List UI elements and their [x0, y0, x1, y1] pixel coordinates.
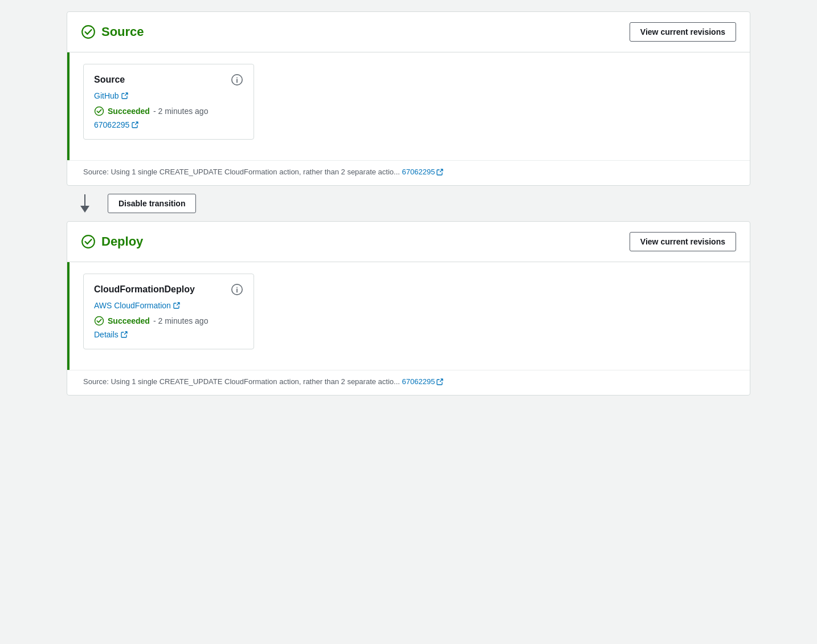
deploy-details-external-icon — [121, 331, 128, 338]
deploy-stage-label: Deploy — [101, 234, 143, 249]
deploy-info-icon[interactable] — [231, 283, 243, 296]
svg-point-8 — [236, 287, 238, 288]
source-stage-title: Source — [81, 25, 144, 39]
arrow-head — [80, 206, 89, 213]
deploy-footer-commit-link[interactable]: 67062295 — [402, 377, 444, 386]
source-action-status: Succeeded - 2 minutes ago — [94, 106, 243, 116]
source-provider-label: GitHub — [94, 91, 119, 100]
disable-transition-button[interactable]: Disable transition — [108, 194, 196, 213]
source-stage-footer: Source: Using 1 single CREATE_UPDATE Clo… — [67, 160, 750, 185]
deploy-action-status: Succeeded - 2 minutes ago — [94, 316, 243, 326]
source-stage: Source View current revisions Source Git… — [67, 11, 750, 186]
svg-point-9 — [95, 317, 104, 325]
deploy-stage-header: Deploy View current revisions — [67, 222, 750, 262]
deploy-stage: Deploy View current revisions CloudForma… — [67, 221, 750, 396]
source-success-icon — [81, 25, 96, 39]
source-status-icon — [94, 106, 104, 116]
source-external-link-icon — [121, 92, 128, 99]
source-footer-text: Source: Using 1 single CREATE_UPDATE Clo… — [83, 168, 400, 176]
source-commit-external-icon — [132, 121, 138, 128]
deploy-provider-link[interactable]: AWS CloudFormation — [94, 301, 180, 310]
source-stage-label: Source — [101, 25, 144, 39]
deploy-action-card: CloudFormationDeploy AWS CloudFormation — [83, 274, 254, 349]
deploy-footer-text: Source: Using 1 single CREATE_UPDATE Clo… — [83, 377, 400, 386]
deploy-success-icon — [81, 234, 96, 249]
source-provider-link[interactable]: GitHub — [94, 91, 128, 100]
source-status-time: - 2 minutes ago — [153, 107, 209, 116]
deploy-view-revisions-button[interactable]: View current revisions — [630, 232, 736, 251]
deploy-details-link[interactable]: Details — [94, 330, 128, 339]
svg-point-5 — [82, 235, 95, 248]
source-footer-commit-link[interactable]: 67062295 — [402, 168, 444, 176]
source-view-revisions-button[interactable]: View current revisions — [630, 22, 736, 42]
source-action-card: Source GitHub — [83, 64, 254, 140]
deploy-details-label: Details — [94, 330, 119, 339]
deploy-status-time: - 2 minutes ago — [153, 316, 209, 325]
deploy-status-label: Succeeded — [108, 316, 150, 325]
svg-point-0 — [82, 26, 95, 38]
transition-area: Disable transition — [67, 186, 750, 221]
deploy-stage-footer: Source: Using 1 single CREATE_UPDATE Clo… — [67, 370, 750, 395]
source-commit-link[interactable]: 67062295 — [94, 120, 138, 129]
deploy-action-card-header: CloudFormationDeploy — [94, 283, 243, 296]
deploy-footer-commit-id: 67062295 — [402, 377, 435, 386]
deploy-stage-content: CloudFormationDeploy AWS CloudFormation — [67, 262, 750, 370]
deploy-footer-external-icon — [436, 378, 443, 385]
source-stage-content: Source GitHub — [67, 52, 750, 160]
deploy-status-icon — [94, 316, 104, 326]
source-stage-header: Source View current revisions — [67, 12, 750, 52]
source-action-name: Source — [94, 75, 125, 85]
source-commit-id: 67062295 — [94, 120, 129, 129]
deploy-external-link-icon — [173, 302, 180, 309]
source-footer-external-icon — [436, 169, 443, 176]
deploy-stage-title: Deploy — [81, 234, 143, 249]
arrow-line — [84, 194, 85, 206]
source-info-icon[interactable] — [231, 74, 243, 86]
deploy-provider-label: AWS CloudFormation — [94, 301, 171, 310]
source-action-card-header: Source — [94, 74, 243, 86]
pipeline-container: Source View current revisions Source Git… — [67, 11, 750, 396]
source-status-label: Succeeded — [108, 107, 150, 116]
deploy-action-name: CloudFormationDeploy — [94, 284, 195, 295]
transition-arrow — [80, 194, 89, 213]
svg-point-4 — [95, 107, 104, 116]
source-footer-commit-id: 67062295 — [402, 168, 435, 176]
svg-point-3 — [236, 77, 238, 78]
